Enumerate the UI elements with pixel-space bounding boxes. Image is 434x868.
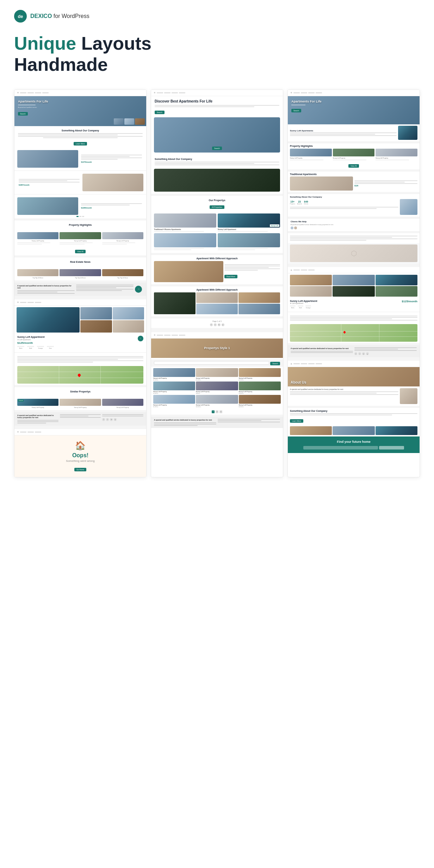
approach1-cta[interactable]: Read More xyxy=(224,275,237,278)
similar-item-2: Sunny Left Property xyxy=(60,399,101,408)
search-bar-col2: Search xyxy=(151,359,283,367)
listing-photos-col3 xyxy=(288,273,420,298)
about-stats-col3: Something About Our Company 15+ Projects… xyxy=(288,194,420,217)
property-img-section-col1: $1275/month xyxy=(14,149,146,169)
avatar-row-clients xyxy=(291,227,417,229)
layout-column-1: Apartments For Life A special and qualif… xyxy=(14,89,147,477)
social-fb-col2[interactable]: f xyxy=(210,323,213,326)
similar-grid-col1: Featured Sunny Left Property Sunny Left … xyxy=(14,397,146,410)
news-item-2: Top Tips & Decor xyxy=(60,269,101,279)
about-company-col3-2: Something About Our Company Learn More xyxy=(288,408,420,425)
nav-lines-col2 xyxy=(157,92,280,93)
social-fb-col3[interactable]: f xyxy=(354,352,357,355)
headline: Unique Layouts Handmade xyxy=(0,30,434,86)
nav-bar-col3-2 xyxy=(288,267,420,273)
highlight-1: Sunny Loft Property xyxy=(290,149,332,160)
white-section-col3 xyxy=(288,233,420,243)
search-btn-col2[interactable]: Search xyxy=(270,362,280,365)
prop-card-5: Sunny Loft Property $950/mo xyxy=(196,382,238,394)
hero-cta-col1[interactable]: Search xyxy=(18,112,28,116)
nav-bar-col2 xyxy=(151,90,283,96)
nav-bar-col3 xyxy=(288,90,420,96)
prop-item-1: Sunny Loft Property xyxy=(17,232,58,244)
social-yt-col2[interactable]: y xyxy=(222,323,224,326)
oops-section: 🏠 Oops! Something went wrong Go Home xyxy=(14,435,146,477)
footer-col2: A special and qualified service dedicate… xyxy=(151,417,283,428)
highlight-2: Sunny Loft Property xyxy=(333,149,375,160)
listing-desc-col3 xyxy=(288,314,420,323)
listing-desc-col1 xyxy=(14,354,146,365)
hero-search-btn[interactable]: Search xyxy=(212,147,222,150)
listing-info-col1: Sunny Loft Appartment ★ Loft Apartment $… xyxy=(14,334,146,351)
about-us-title: About Us xyxy=(291,380,306,384)
nav-dot xyxy=(17,92,19,93)
page-num-1[interactable]: 1 xyxy=(212,410,215,413)
highlight-3: Sunny Loft Property xyxy=(376,149,417,160)
social-tw[interactable]: t xyxy=(106,418,109,421)
about-hero-col3: About Us xyxy=(288,367,420,386)
prop-grid-style1: Sunny Loft Property $1,200/mo Sunny Loft… xyxy=(151,367,283,409)
propertys-cta[interactable]: All Properties xyxy=(210,205,224,209)
traditional-col3: Traditional Apartments $126 xyxy=(288,172,420,192)
prop-card-4: Sunny Loft Property $1,800/mo xyxy=(153,382,195,394)
sunny-loft-col3: Sunny Loft Apartments xyxy=(288,124,420,141)
news-grid-col1: Top Tips & Decor Top Tips & Decor Top Ti… xyxy=(14,267,146,280)
social-tw-col2[interactable]: t xyxy=(214,323,217,326)
hero-section-col1: Apartments For Life A special and qualif… xyxy=(14,96,146,126)
hero-section-col2: Discover Best Apartments For Life Search xyxy=(151,96,283,117)
layout-column-2: Discover Best Apartments For Life Search… xyxy=(151,89,283,477)
similar-item-3: Sunny Left Property xyxy=(102,399,143,408)
find-home-section: Find your future home xyxy=(288,436,420,453)
oops-cta[interactable]: Go Home xyxy=(74,468,86,471)
footer-col3: A special and qualified service dedicate… xyxy=(288,345,420,357)
about-cta-col1[interactable]: Learn More xyxy=(74,142,87,145)
hero-cta-col3[interactable]: Search xyxy=(291,109,301,112)
prop-grid-col1: Sunny Loft Property Sunny Loft Property … xyxy=(14,230,146,246)
nav-item xyxy=(35,92,41,93)
nav-item xyxy=(164,92,170,93)
highlights-cta[interactable]: View All xyxy=(75,250,85,253)
arch-section-col3: ⬡ xyxy=(288,243,420,264)
social-in-col2[interactable]: in xyxy=(218,323,221,326)
stat-2: 23 Awards xyxy=(297,200,302,205)
nav-dot-col2 xyxy=(154,92,155,93)
social-in[interactable]: in xyxy=(110,418,113,421)
prop-card-9: Sunny Loft Property $1,500/mo xyxy=(239,395,281,408)
social-yt[interactable]: y xyxy=(114,418,117,421)
prop-card-2: Sunny Loft Property $1,400/mo xyxy=(196,368,238,381)
nav-item xyxy=(20,92,26,93)
hero-title-col3: Apartments For Life xyxy=(291,100,322,104)
real-estate-news-col1: Real Estate News xyxy=(14,258,146,267)
social-fb[interactable]: f xyxy=(102,418,105,421)
prop-card-1: Sunny Loft Property $1,200/mo xyxy=(153,368,195,381)
social-tw-col3[interactable]: t xyxy=(358,352,361,355)
nav-item xyxy=(27,92,34,93)
about-company-cta[interactable]: Learn More xyxy=(290,419,303,423)
nav-item xyxy=(179,92,185,93)
prop-item-3: Sunny Loft Property xyxy=(102,232,143,244)
social-yt-col3[interactable]: y xyxy=(366,352,369,355)
hero-cta-col2[interactable]: Search xyxy=(155,111,165,114)
nav-item xyxy=(20,302,26,303)
img-trio-col3 xyxy=(288,425,420,436)
highlights-cta-col3[interactable]: View All xyxy=(348,164,359,168)
nav-item xyxy=(157,92,163,93)
nav-bar-col1-2 xyxy=(14,299,146,306)
prop-card-6: Sunny Loft Property $1,600/mo xyxy=(239,382,281,394)
our-propertys-col2: Our Propertys All Properties xyxy=(151,196,283,212)
page-num-2[interactable]: 2 xyxy=(216,410,218,413)
page-num-3[interactable]: 3 xyxy=(219,410,222,413)
property-highlights-col1: Property Highlights xyxy=(14,221,146,230)
social-in-col3[interactable]: in xyxy=(362,352,365,355)
nav-dot-2 xyxy=(17,302,19,303)
nav-lines xyxy=(20,92,143,93)
propertys-style1-title: Propertys Style 1 xyxy=(204,346,230,350)
property-pairs-col2: Traditional 4 Rooms Apartments Sunny Lof… xyxy=(151,212,283,253)
nav-lines-2 xyxy=(20,302,143,303)
pagination-style1: 1 2 3 xyxy=(151,409,283,415)
header: de DEXICO for WordPress xyxy=(0,0,434,30)
about-col2: Something About Our Company xyxy=(151,155,283,169)
similar-props-col1: Similar Propertys xyxy=(14,387,146,397)
layouts-grid: Apartments For Life A special and qualif… xyxy=(0,86,434,491)
prop-card-3: Sunny Loft Property $1,100/mo xyxy=(239,368,281,381)
